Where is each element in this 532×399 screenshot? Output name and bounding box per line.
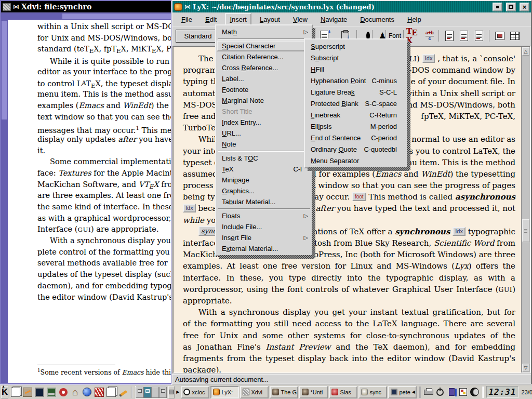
menu-item-marginal-note[interactable]: Marginal Note <box>217 95 311 106</box>
menu-item-ligature-break[interactable]: Ligature BreakS-C-L <box>305 86 406 98</box>
figure-icon[interactable] <box>493 29 507 43</box>
menu-item-cross-reference[interactable]: Cross Reference... <box>217 62 311 73</box>
menu-item-math[interactable]: Math▷ <box>217 26 311 37</box>
moon-tray-icon[interactable] <box>469 386 480 398</box>
documents-launcher[interactable] <box>9 386 21 398</box>
idx-inset-button[interactable]: Idx <box>422 54 435 63</box>
window-menu-glyph[interactable]: ⋈ <box>184 4 191 10</box>
menu-item-url[interactable]: URL... <box>217 128 311 139</box>
depth-icon[interactable] <box>472 29 486 43</box>
table-icon[interactable] <box>508 29 522 43</box>
footnote-inset-icon[interactable] <box>442 29 457 43</box>
organizer-tray-icon[interactable] <box>457 386 469 398</box>
desktop-pager[interactable] <box>135 386 167 398</box>
pager-desktop-4[interactable] <box>159 387 167 398</box>
menu-item-graphics[interactable]: Graphics... <box>217 185 311 196</box>
news-launcher[interactable] <box>93 386 105 398</box>
pager-desktop-2[interactable] <box>143 387 151 398</box>
scrollbar-thumb[interactable] <box>522 219 529 242</box>
menu-item-insert-file[interactable]: Insert File▷ <box>217 232 311 243</box>
menu-item-floats[interactable]: Floats▷ <box>217 210 311 221</box>
terminal-launcher[interactable] <box>33 386 45 398</box>
task-button-the-g[interactable]: The G <box>270 386 298 398</box>
menu-item-note[interactable]: Note <box>217 139 311 150</box>
menu-item-short-title[interactable]: Short Title <box>217 106 311 117</box>
menu-item-special-character[interactable]: Special Character <box>217 41 311 51</box>
idx-inset-button[interactable]: Idx <box>453 227 466 236</box>
menu-item-lists-toc[interactable]: Lists & TOC <box>217 153 311 164</box>
close-button[interactable]: × <box>520 3 529 11</box>
scroll-down-icon[interactable]: ▽ <box>522 364 529 372</box>
konsole-launcher[interactable] <box>45 386 57 398</box>
clock-handle[interactable] <box>482 387 484 398</box>
menu-item-ordinary-quote[interactable]: Ordinary QuoteC-quotedbl <box>305 143 406 155</box>
menu-item-include-file[interactable]: Include File... <box>217 221 311 232</box>
panel-handle[interactable] <box>131 387 133 398</box>
tray-handle[interactable] <box>419 387 421 398</box>
files-launcher[interactable] <box>105 386 117 398</box>
task-button-unti[interactable]: *Unti <box>299 386 328 398</box>
menu-item-end-of-sentence[interactable]: End of SentenceC-period <box>305 132 406 143</box>
menu-item-ellipsis[interactable]: EllipsisM-period <box>305 121 406 132</box>
menu-item-footnote[interactable]: Footnote <box>217 84 311 95</box>
menu-item-minipage[interactable]: Minipage <box>217 175 311 185</box>
menu-documents[interactable]: Documents <box>355 13 399 26</box>
menu-item-hfill[interactable]: HFill <box>305 63 406 75</box>
menu-item-hyphenation-point[interactable]: Hyphenation PointC-minus <box>305 75 406 86</box>
desk-launcher[interactable] <box>21 386 33 398</box>
tex-mode-button[interactable]: TEX <box>406 29 421 43</box>
xdvi-hscroll-thumb[interactable] <box>62 14 171 19</box>
task-button-xcloc[interactable]: xcloc <box>181 386 209 398</box>
menu-item-linebreak[interactable]: LinebreakC-Return <box>305 109 406 121</box>
pager-desktop-1[interactable] <box>136 387 143 398</box>
menu-edit[interactable]: Edit <box>201 13 221 26</box>
konqueror-launcher[interactable] <box>81 386 93 398</box>
task-button-slas[interactable]: Slas <box>329 386 357 398</box>
task-button-lyx[interactable]: LyX: <box>210 386 239 398</box>
task-button-xdvi[interactable]: Xdvi <box>240 386 269 398</box>
scroll-up-icon[interactable]: △ <box>522 47 529 56</box>
minimize-button[interactable] <box>493 3 502 11</box>
menu-item-citation-reference[interactable]: Citation Reference... <box>217 51 311 62</box>
iconified-window-button[interactable] <box>168 386 175 398</box>
task-button-sync[interactable]: sync <box>358 386 387 398</box>
idx-inset-button[interactable]: Idx <box>183 204 196 212</box>
help-launcher[interactable] <box>57 386 69 398</box>
maximize-button[interactable] <box>506 3 516 11</box>
paragraph-style-combo[interactable]: Standard <box>176 30 220 43</box>
klipper-tray-icon[interactable] <box>446 386 457 398</box>
printer-tray-icon[interactable] <box>423 386 434 398</box>
k-menu-button[interactable]: K <box>1 386 8 398</box>
menu-item-menu-separator[interactable]: Menu Separator <box>305 155 406 166</box>
xdvi-vscroll-thumb[interactable] <box>2 21 7 119</box>
task-scroll-left-icon[interactable]: ▶ <box>176 390 180 394</box>
menu-item-superscript[interactable]: Superscript <box>305 41 406 52</box>
menu-view[interactable]: View <box>288 13 312 26</box>
power-tray-icon[interactable] <box>434 386 446 398</box>
menu-help[interactable]: Help <box>403 13 426 26</box>
lyx-titlebar[interactable]: ⋈ LyX: ~/doc/beginlatex/src/synchro.lyx … <box>172 1 531 12</box>
xdvi-titlebar[interactable]: ⋈ Xdvi: file:synchro <box>1 1 171 12</box>
editor-launcher[interactable] <box>117 386 129 398</box>
xdvi-vertical-scrollbar[interactable] <box>1 20 8 383</box>
menu-navigate[interactable]: Navigate <box>316 13 352 26</box>
taskbar-clock[interactable]: 12:31 <box>486 386 518 398</box>
math-mode-icon[interactable]: a+bc <box>422 29 437 43</box>
menu-item-index-entry[interactable]: Index Entry... <box>217 117 311 128</box>
menu-item-label[interactable]: Label... <box>217 73 311 84</box>
document-scrollbar[interactable]: △ ▽ <box>521 47 530 373</box>
pager-desktop-3[interactable] <box>151 387 159 398</box>
taskbar-date[interactable]: 23/03/03 <box>520 389 532 395</box>
menu-insert[interactable]: Insert <box>225 13 251 26</box>
menu-item-external-material[interactable]: External Material... <box>217 243 311 254</box>
menu-item-tex[interactable]: TeXC-l <box>217 164 311 175</box>
task-button-pete[interactable]: pete◀ <box>388 386 417 398</box>
menu-item-tabular-material[interactable]: Tabular Material... <box>217 196 311 207</box>
menu-item-subscript[interactable]: Subscript <box>305 52 406 63</box>
window-menu-glyph[interactable]: ⋈ <box>13 4 19 10</box>
menu-item-protected-blank[interactable]: Protected BlankS-C-space <box>305 98 406 109</box>
menu-file[interactable]: File <box>177 13 197 26</box>
margin-note-icon[interactable] <box>457 29 471 43</box>
foot-inset-button[interactable]: foot <box>352 192 366 201</box>
xdvi-horizontal-scrollbar[interactable] <box>1 13 171 20</box>
